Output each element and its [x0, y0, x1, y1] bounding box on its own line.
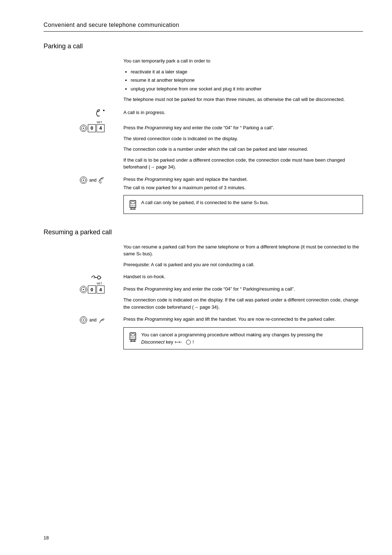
step3-icon-col: and — [44, 174, 123, 191]
infobox-text: A call can only be parked, if is connect… — [141, 199, 269, 206]
resuming-step3-icon: and — [44, 314, 123, 324]
bullet-2: resume it at another telephone — [131, 77, 363, 84]
step3-label: Press the Programming key again and repl… — [123, 174, 363, 183]
svg-point-23 — [132, 337, 133, 338]
svg-point-19 — [83, 320, 84, 321]
resuming-step3-label: Press the Programming key again and lift… — [123, 314, 363, 323]
prog-key-circle-3 — [80, 286, 87, 293]
parking-step2: 0 SET 4 Press the Programming key and en… — [44, 122, 363, 132]
resuming-step2: 0 SET 4 Press the Programming key and en… — [44, 283, 363, 293]
resuming-step2-text: Press the Programming key and enter the … — [123, 283, 363, 293]
svg-point-17 — [83, 289, 84, 290]
svg-point-22 — [131, 337, 132, 338]
exclamation: ! — [192, 339, 194, 345]
svg-point-26 — [132, 339, 133, 340]
svg-point-9 — [134, 205, 135, 206]
resuming-title: Resuming a parked call — [44, 228, 363, 236]
step2-label: Press the Programming key and enter the … — [123, 122, 363, 131]
key-4: 4 — [97, 124, 105, 132]
key-0: 0 — [88, 124, 96, 132]
resuming-intro2: Prerequisite: A call is parked and you a… — [123, 261, 363, 268]
resuming-step1-icon — [44, 272, 123, 280]
parking-step3: and Press the Programming key again and … — [44, 174, 363, 191]
step1-label: A call is in progress. — [123, 107, 363, 116]
parking-step2b-text2: The connection code is a number under wh… — [123, 146, 363, 153]
svg-point-0 — [103, 110, 105, 111]
and-label-2: and — [89, 317, 97, 323]
handset-icon — [94, 109, 106, 119]
svg-point-25 — [131, 339, 132, 340]
resuming-step2-icon: 0 SET 4 — [44, 283, 123, 293]
parking-step2b-text1: The stored connection code is indicated … — [123, 135, 363, 142]
resuming-step3-text: Press the Programming key again and lift… — [123, 314, 363, 324]
svg-point-24 — [134, 337, 135, 338]
lift-handset-icon — [99, 316, 109, 324]
parking-step2b-text3: If the call is to be parked under a diff… — [123, 157, 363, 171]
page-header: Convenient and secure telephone communic… — [44, 22, 363, 32]
svg-point-35 — [186, 340, 191, 344]
resuming-infobox: You can cancel a programming procedure w… — [123, 327, 363, 349]
parking-warning: The telephone must not be parked for mor… — [123, 96, 363, 103]
page: Convenient and secure telephone communic… — [0, 0, 392, 555]
svg-point-27 — [134, 339, 135, 340]
resuming-step2-label: Press the Programming key and enter the … — [123, 283, 363, 293]
section-resuming: Resuming a parked call You can resume a … — [44, 228, 363, 350]
svg-point-12 — [134, 207, 135, 207]
infobox-icon — [129, 199, 137, 210]
resuming-step3: and Press the Programming key again and … — [44, 314, 363, 324]
svg-point-7 — [131, 205, 132, 206]
on-hook-icon — [91, 275, 102, 280]
infobox-icon-2 — [129, 331, 137, 342]
resuming-step2b: The connection code is indicated on the … — [123, 296, 363, 311]
parking-step1: A call is in progress. — [44, 107, 363, 119]
parking-intro: You can temporarily park a call in order… — [123, 57, 363, 65]
resuming-intro1: You can resume a parked call from the sa… — [123, 243, 363, 258]
svg-point-11 — [132, 207, 133, 207]
parking-infobox: A call can only be parked, if is connect… — [123, 195, 363, 214]
resuming-step1-label: Handset is on-hook. — [123, 272, 363, 280]
infobox-text2-part1: You can cancel a programming procedure w… — [141, 332, 323, 337]
step1-icon-col — [44, 107, 123, 119]
parking-bullets: reactivate it at a later stage resume it… — [123, 68, 363, 93]
and-label: and — [89, 178, 97, 183]
svg-point-10 — [131, 207, 132, 207]
step1-text: A call is in progress. — [123, 107, 363, 119]
disconnect-key-text: key — [166, 339, 175, 345]
parking-title: Parking a call — [44, 42, 363, 50]
resuming-step1: Handset is on-hook. — [44, 272, 363, 280]
svg-point-8 — [132, 205, 133, 206]
page-number: 18 — [44, 535, 49, 540]
bullet-3: unplug your telephone from one socket an… — [131, 85, 363, 93]
prog-key-circle-4 — [80, 316, 87, 324]
page-header-title: Convenient and secure telephone communic… — [44, 22, 179, 28]
infobox-text2-part2: Disconnect key ! — [141, 339, 194, 345]
infobox-text-2: You can cancel a programming procedure w… — [141, 331, 323, 345]
prog-key-circle-2 — [80, 177, 87, 184]
step3-text: Press the Programming key again and repl… — [123, 174, 363, 191]
svg-point-2 — [83, 127, 84, 129]
replace-handset-icon — [99, 177, 109, 184]
disconnect-key-icon — [175, 339, 191, 345]
svg-rect-6 — [131, 202, 135, 204]
step2-text: Press the Programming key and enter the … — [123, 122, 363, 132]
step2-icon-col: 0 SET 4 — [44, 122, 123, 132]
svg-point-4 — [83, 179, 84, 181]
prog-key-circle — [80, 125, 87, 132]
step3b-text: The call is now parked for a maximum per… — [123, 184, 363, 191]
bullet-1: reactivate it at a later stage — [131, 68, 363, 76]
resuming-step1-text: Handset is on-hook. — [123, 272, 363, 280]
key-0-2: 0 — [88, 285, 96, 293]
svg-rect-21 — [131, 334, 135, 336]
key-4-2: 4 — [97, 285, 105, 293]
section-parking: Parking a call You can temporarily park … — [44, 42, 363, 214]
